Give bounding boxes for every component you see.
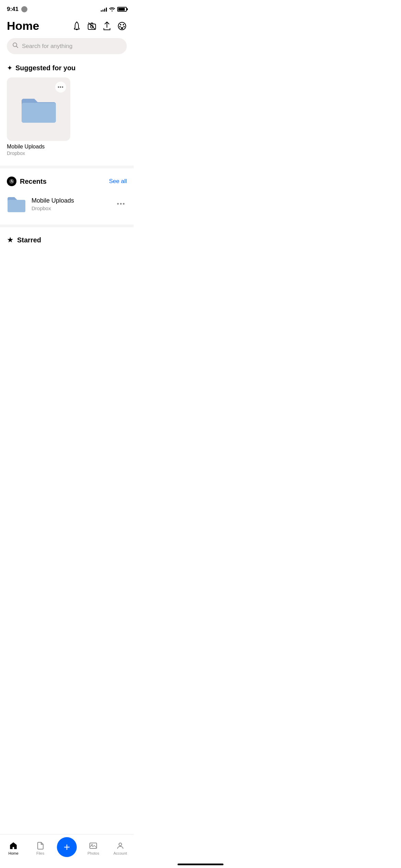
notifications-button[interactable] xyxy=(72,21,82,31)
app-header: Home xyxy=(0,16,134,37)
recent-folder-icon xyxy=(7,195,26,213)
section-divider-2 xyxy=(0,225,134,227)
clock-icon xyxy=(7,177,16,186)
recents-title: Recents xyxy=(20,178,47,185)
svg-point-7 xyxy=(119,26,121,27)
list-item: ••• Mobile Uploads Dropbox xyxy=(7,77,70,156)
svg-point-9 xyxy=(121,27,123,29)
signal-icon xyxy=(101,7,107,12)
status-time: 9:41 xyxy=(7,6,19,13)
wifi-icon xyxy=(109,7,115,12)
recents-section: Recents See all Mobile Uploads Dropbox •… xyxy=(0,171,134,222)
camera-off-button[interactable] xyxy=(87,21,97,31)
recent-info: Mobile Uploads Dropbox xyxy=(32,197,110,211)
star-icon: ★ xyxy=(7,236,14,244)
suggested-title: Suggested for you xyxy=(15,64,76,72)
starred-header: ★ Starred xyxy=(7,236,127,244)
status-bar: 9:41 xyxy=(0,0,134,16)
status-dot xyxy=(21,6,27,12)
svg-point-0 xyxy=(76,22,77,23)
section-divider xyxy=(0,166,134,168)
recents-header: Recents See all xyxy=(0,177,134,192)
recent-name: Mobile Uploads xyxy=(32,197,110,204)
status-right xyxy=(101,7,127,12)
search-placeholder: Search for anything xyxy=(22,43,72,50)
upload-button[interactable] xyxy=(102,21,112,31)
suggested-header: ✦ Suggested for you xyxy=(0,61,134,77)
page-title: Home xyxy=(7,19,39,33)
card-label: Mobile Uploads Dropbox xyxy=(7,141,70,156)
see-all-button[interactable]: See all xyxy=(109,178,127,185)
recents-title-row: Recents xyxy=(7,177,47,186)
card-name: Mobile Uploads xyxy=(7,144,70,150)
card-more-button[interactable]: ••• xyxy=(55,82,66,93)
suggested-folder-card[interactable]: ••• xyxy=(7,77,70,141)
sparkle-icon: ✦ xyxy=(7,64,13,72)
search-bar[interactable]: Search for anything xyxy=(7,38,127,54)
search-icon xyxy=(12,42,19,50)
svg-point-8 xyxy=(123,26,125,27)
recent-more-button[interactable]: ••• xyxy=(116,199,127,209)
svg-point-6 xyxy=(123,24,124,25)
header-actions xyxy=(72,21,127,31)
starred-section: ★ Starred xyxy=(0,230,134,244)
card-subtitle: Dropbox xyxy=(7,150,70,156)
recent-subtitle: Dropbox xyxy=(32,205,110,211)
suggested-cards: ••• Mobile Uploads Dropbox xyxy=(0,77,134,156)
recent-item[interactable]: Mobile Uploads Dropbox ••• xyxy=(0,192,134,216)
palette-button[interactable] xyxy=(117,21,127,31)
battery-icon xyxy=(117,7,127,12)
starred-title: Starred xyxy=(17,236,41,244)
suggested-section: ✦ Suggested for you ••• Mobile Uploads D… xyxy=(0,61,134,163)
svg-point-5 xyxy=(120,24,121,25)
folder-icon xyxy=(20,94,58,125)
